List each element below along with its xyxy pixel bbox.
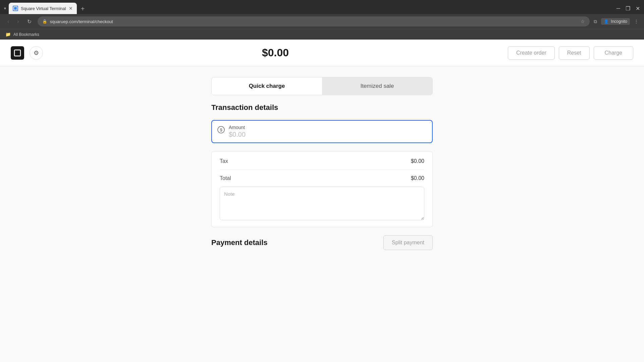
tax-row: Tax $0.00 xyxy=(220,158,424,164)
payment-details-title: Payment details xyxy=(211,238,268,247)
app-logo xyxy=(11,46,24,60)
profile-button[interactable]: 👤 Incognito xyxy=(601,18,630,25)
tab-dropdown-icon[interactable]: ▾ xyxy=(4,6,6,11)
browser-title-bar: ▾ Square Virtual Terminal ✕ + ─ ❐ ✕ xyxy=(0,0,644,14)
charge-button[interactable]: Charge xyxy=(594,46,633,60)
browser-window-controls: ─ ❐ ✕ xyxy=(616,5,640,12)
amount-input-card: $ Amount $0.00 xyxy=(211,120,433,143)
close-button[interactable]: ✕ xyxy=(636,5,640,12)
active-browser-tab[interactable]: Square Virtual Terminal ✕ xyxy=(9,3,77,14)
create-order-button[interactable]: Create order xyxy=(508,46,555,60)
total-row: Total $0.00 xyxy=(220,175,424,181)
tab-title: Square Virtual Terminal xyxy=(21,6,66,11)
itemized-sale-tab[interactable]: Itemized sale xyxy=(322,77,432,95)
browser-address-bar-row: ‹ › ↻ 🔒 squaruep.com/terminal/checkout ☆… xyxy=(0,14,644,29)
browser-tab-strip: Square Virtual Terminal ✕ + xyxy=(9,3,616,14)
svg-text:$: $ xyxy=(220,127,222,132)
total-label: Total xyxy=(220,175,231,181)
bookmark-star-icon[interactable]: ☆ xyxy=(581,19,585,24)
minimize-button[interactable]: ─ xyxy=(616,5,620,11)
summary-divider xyxy=(220,170,424,170)
main-content: Quick charge Itemized sale Transaction d… xyxy=(0,66,644,362)
amount-input-inner: Amount $0.00 xyxy=(229,125,427,138)
content-container: Quick charge Itemized sale Transaction d… xyxy=(211,77,433,250)
browser-toolbar-right: ⧉ 👤 Incognito ⋮ xyxy=(594,18,639,25)
restore-button[interactable]: ❐ xyxy=(626,5,630,12)
profile-icon: 👤 xyxy=(604,19,609,24)
split-payment-button[interactable]: Split payment xyxy=(383,235,433,250)
amount-label: Amount xyxy=(229,125,427,130)
total-value: $0.00 xyxy=(411,175,424,181)
app-header: ⚙ $0.00 Create order Reset Charge xyxy=(0,40,644,66)
back-button[interactable]: ‹ xyxy=(5,18,11,25)
tab-close-button[interactable]: ✕ xyxy=(69,6,73,11)
amount-input-value[interactable]: $0.00 xyxy=(229,131,427,138)
dollar-circle-icon: $ xyxy=(217,126,225,135)
browser-title-bar-left: ▾ xyxy=(4,6,6,11)
incognito-label: Incognito xyxy=(611,19,627,24)
svg-rect-2 xyxy=(14,50,20,56)
tax-label: Tax xyxy=(220,158,228,164)
bookmarks-folder-icon: 📁 xyxy=(5,32,11,37)
summary-card: Tax $0.00 Total $0.00 xyxy=(211,151,433,227)
refresh-button[interactable]: ↻ xyxy=(25,18,34,25)
payment-details-header: Payment details Split payment xyxy=(211,235,433,250)
new-tab-button[interactable]: + xyxy=(78,4,88,14)
bookmarks-label: All Bookmarks xyxy=(13,32,39,37)
transaction-details-title: Transaction details xyxy=(211,103,433,112)
url-text: squaruep.com/terminal/checkout xyxy=(50,19,578,24)
settings-button[interactable]: ⚙ xyxy=(30,46,43,60)
reset-button[interactable]: Reset xyxy=(559,46,590,60)
app-content: ⚙ $0.00 Create order Reset Charge Quick … xyxy=(0,40,644,362)
tabs-container: Quick charge Itemized sale xyxy=(211,77,433,95)
extensions-icon[interactable]: ⧉ xyxy=(594,19,597,24)
address-bar[interactable]: 🔒 squaruep.com/terminal/checkout ☆ xyxy=(38,16,590,26)
bookmarks-bar: 📁 All Bookmarks xyxy=(0,29,644,40)
lock-icon: 🔒 xyxy=(42,19,47,24)
browser-chrome: ▾ Square Virtual Terminal ✕ + ─ ❐ ✕ ‹ › … xyxy=(0,0,644,40)
header-amount: $0.00 xyxy=(43,47,508,59)
quick-charge-tab[interactable]: Quick charge xyxy=(212,77,322,95)
tax-value: $0.00 xyxy=(411,158,424,164)
header-actions: Create order Reset Charge xyxy=(508,46,633,60)
settings-gear-icon: ⚙ xyxy=(34,49,39,57)
tab-favicon xyxy=(13,6,18,11)
menu-button[interactable]: ⋮ xyxy=(634,19,639,24)
svg-rect-1 xyxy=(14,7,17,10)
note-textarea[interactable] xyxy=(220,187,424,220)
forward-button[interactable]: › xyxy=(15,18,21,25)
